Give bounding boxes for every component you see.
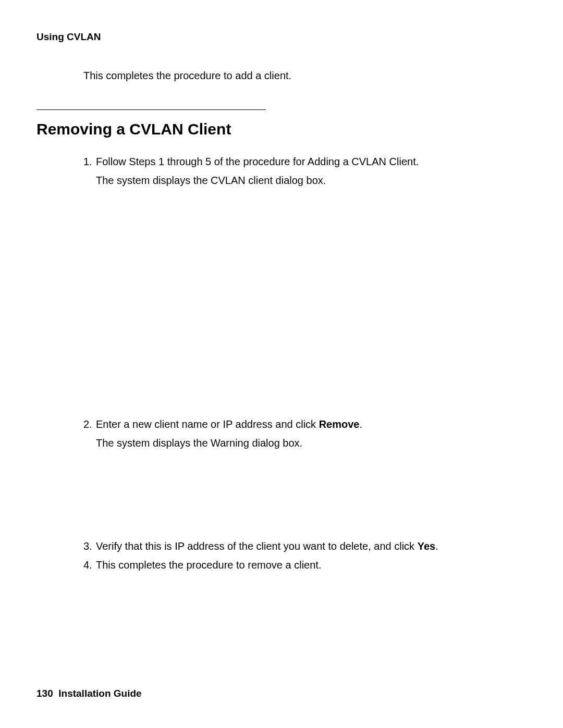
running-header: Using CVLAN <box>36 31 527 43</box>
figure-placeholder-2 <box>36 455 527 538</box>
step-2-bold: Remove <box>319 418 360 430</box>
page-number: 130 <box>36 688 53 699</box>
step-4: 4. This completes the procedure to remov… <box>83 557 527 573</box>
step-2: 2. Enter a new client name or IP address… <box>83 416 527 432</box>
step-1-sub: The system displays the CVLAN client dia… <box>96 172 527 188</box>
step-2-text-b: . <box>359 418 362 430</box>
step-3-number: 3. <box>83 538 92 554</box>
step-4-text: This completes the procedure to remove a… <box>96 559 321 571</box>
page-container: Using CVLAN This completes the procedure… <box>0 0 563 573</box>
figure-placeholder-1 <box>36 192 527 416</box>
step-1: 1. Follow Steps 1 through 5 of the proce… <box>83 154 527 169</box>
step-3: 3. Verify that this is IP address of the… <box>83 538 527 554</box>
footer-doc-title: Installation Guide <box>58 688 141 699</box>
step-2-sub: The system displays the Warning dialog b… <box>96 435 527 451</box>
step-3-bold: Yes <box>418 540 435 552</box>
step-1-text: Follow Steps 1 through 5 of the procedur… <box>96 156 419 167</box>
step-2-text-a: Enter a new client name or IP address an… <box>96 418 319 430</box>
page-footer: 130 Installation Guide <box>36 688 142 699</box>
step-4-number: 4. <box>83 557 92 573</box>
procedure-list-cont-2: 3. Verify that this is IP address of the… <box>83 538 527 573</box>
step-2-number: 2. <box>83 416 92 432</box>
step-3-text-a: Verify that this is IP address of the cl… <box>96 540 418 552</box>
procedure-list: 1. Follow Steps 1 through 5 of the proce… <box>83 154 527 169</box>
step-3-text-b: . <box>435 540 438 552</box>
procedure-list-cont: 2. Enter a new client name or IP address… <box>83 416 527 432</box>
intro-paragraph: This completes the procedure to add a cl… <box>83 68 527 83</box>
section-heading: Removing a CVLAN Client <box>36 120 527 138</box>
step-1-number: 1. <box>83 154 92 169</box>
section-divider <box>36 109 266 110</box>
